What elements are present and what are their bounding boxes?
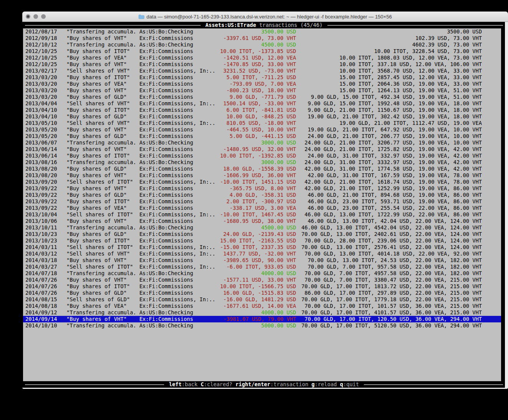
- transaction-row[interactable]: 2014/07/26"Buy shares of GLD"Ex:Fi:Commi…: [23, 290, 501, 296]
- key-action: :back: [182, 381, 198, 387]
- transaction-description: "Sell shares of ITOT": [66, 211, 136, 218]
- transaction-amount: -1420.51 USD, 12.00 VEA: [215, 55, 296, 61]
- transaction-row[interactable]: 2013/03/20"Buy shares of VHT"Ex:Fi:Commi…: [23, 87, 501, 94]
- running-total: 102.39 USD, 73.00 VHT: [296, 35, 482, 42]
- transaction-date: 2013/08/20: [25, 166, 57, 172]
- running-total: 46.00 GLD, 23.00 ITOT, 255.54 USD, 22.00…: [296, 205, 482, 211]
- transaction-row[interactable]: 2013/02/17"Sell shares of VHT"Ex:Fi:Comm…: [23, 68, 501, 74]
- transaction-row[interactable]: 2014/07/26"Buy shares of ITOT"Ex:Fi:Comm…: [23, 283, 501, 290]
- transaction-row[interactable]: 2013/05/20"Buy shares of GLD"Ex:Fi:Commi…: [23, 133, 501, 139]
- running-total: 70.00 GLD, 17.00 ITOT, 101.57 USD, 36.00…: [296, 303, 482, 309]
- transaction-row[interactable]: 2012/08/17"Transfering accumula..As:US:B…: [23, 28, 501, 35]
- transaction-row[interactable]: 2013/09/20"Sell shares of ITOT"Ex:Fi:Com…: [23, 179, 501, 185]
- key-action: :reload: [315, 381, 337, 387]
- transaction-row[interactable]: 2014/07/26"Buy shares of VHT"Ex:Fi:Commi…: [23, 277, 501, 283]
- transaction-row[interactable]: 2012/10/12"Transfering accumula..As:US:B…: [23, 42, 501, 48]
- transaction-row[interactable]: 2012/09/18"Buy shares of VHT"Ex:Fi:Commi…: [23, 35, 501, 42]
- transaction-date: 2013/06/07: [25, 139, 57, 146]
- transaction-amount: -1680.95 USD, 38.00 VHT: [215, 218, 296, 224]
- transaction-row[interactable]: 2013/08/20"Buy shares of GLD"Ex:Fi:Commi…: [23, 166, 501, 172]
- transaction-other-accounts: Ex:Fi:Commissions: [139, 237, 216, 244]
- transaction-row[interactable]: 2013/08/16"Transfering accumula..As:US:B…: [23, 159, 501, 166]
- transaction-row[interactable]: 2014/07/18"Transfering accumula..As:US:B…: [23, 270, 501, 277]
- transaction-amount: -10.00 ITOT, 1467.45 USD: [215, 211, 296, 218]
- transaction-row[interactable]: 2013/06/14"Buy shares of VHT"Ex:Fi:Commi…: [23, 146, 501, 153]
- transaction-description: "Buy shares of VEA": [66, 303, 136, 309]
- close-button[interactable]: [26, 14, 30, 19]
- top-bar-rule-left: [25, 25, 201, 26]
- transaction-row[interactable]: 2014/03/18"Buy shares of VHT"Ex:Fi:Commi…: [23, 257, 501, 264]
- transaction-amount: -338.17 USD, 3.00 VEA: [215, 205, 296, 211]
- transaction-row[interactable]: 2013/06/14"Buy shares of ITOT"Ex:Fi:Comm…: [23, 153, 501, 159]
- transaction-row[interactable]: 2014/08/15"Sell shares of GLD"Ex:Fi:Comm…: [23, 296, 501, 303]
- transaction-description: "Sell shares of VHT": [66, 251, 136, 257]
- transaction-row[interactable]: 2012/10/25"Buy shares of VHT"Ex:Fi:Commi…: [23, 61, 501, 68]
- running-total: 9.00 GLD, 15.00 ITOT, 1992.48 USD, 19.00…: [296, 100, 482, 107]
- running-total: 70.00 GLD, 28.00 ITOT, 239.06 USD, 22.00…: [296, 237, 482, 244]
- transaction-description: "Buy shares of VHT": [66, 146, 136, 153]
- key-hint: g:reload: [312, 381, 337, 388]
- transaction-row[interactable]: 2013/09/22"Buy shares of GLD"Ex:Fi:Commi…: [23, 192, 501, 198]
- transaction-description: "Buy shares of GLD": [66, 231, 136, 237]
- transaction-date: 2013/03/20: [25, 87, 57, 94]
- transaction-row[interactable]: 2013/08/20"Buy shares of VHT"Ex:Fi:Commi…: [23, 172, 501, 179]
- transaction-row[interactable]: 2014/08/18"Buy shares of VEA"Ex:Fi:Commi…: [23, 303, 501, 309]
- zoom-button[interactable]: [41, 14, 46, 19]
- transaction-row[interactable]: 2014/09/12"Transfering accumula..As:US:B…: [23, 309, 501, 316]
- transaction-other-accounts: As:US:Bo:Checking: [139, 42, 216, 48]
- transaction-row[interactable]: 2013/04/10"Buy shares of GLD"Ex:Fi:Commi…: [23, 113, 501, 120]
- transaction-row[interactable]: 2013/03/20"Buy shares of VEA"Ex:Fi:Commi…: [23, 81, 501, 87]
- transaction-row[interactable]: 2013/10/23"Buy shares of GLD"Ex:Fi:Commi…: [23, 231, 501, 237]
- transaction-date: 2013/10/11: [25, 224, 57, 231]
- transaction-row[interactable]: 2012/10/25"Buy shares of VEA"Ex:Fi:Commi…: [23, 55, 501, 61]
- transaction-row[interactable]: 2013/10/06"Buy shares of VHT"Ex:Fi:Commi…: [23, 218, 501, 224]
- transaction-row[interactable]: 2013/05/20"Buy shares of VHT"Ex:Fi:Commi…: [23, 126, 501, 133]
- running-total: 46.00 GLD, 13.00 ITOT, 1722.99 USD, 22.0…: [296, 211, 482, 218]
- transaction-row[interactable]: 2014/03/27"Sell shares of ITOT"Ex:Fi:Com…: [23, 264, 501, 270]
- transaction-description: "Sell shares of VHT": [66, 68, 136, 74]
- key-hint: q:quit: [340, 381, 359, 388]
- transaction-description: "Buy shares of GLD": [66, 192, 136, 198]
- minimize-button[interactable]: [33, 14, 38, 19]
- transaction-date: 2013/02/17: [25, 68, 57, 74]
- transaction-row[interactable]: 2013/10/11"Transfering accumula..As:US:B…: [23, 224, 501, 231]
- transaction-row[interactable]: 2014/10/10"Transfering accumula..As:US:B…: [23, 322, 501, 329]
- transaction-date: 2013/08/20: [25, 172, 57, 179]
- transaction-row[interactable]: 2013/04/10"Buy shares of ITOT"Ex:Fi:Comm…: [23, 107, 501, 113]
- transaction-row[interactable]: 2013/10/23"Buy shares of ITOT"Ex:Fi:Comm…: [23, 237, 501, 244]
- running-total: 3500.00 USD: [296, 28, 482, 35]
- transaction-row[interactable]: 2013/05/10"Sell shares of VHT"Ex:Fi:Comm…: [23, 120, 501, 126]
- folder-icon: [138, 14, 144, 19]
- transaction-row[interactable]: 2014/03/11"Sell shares of ITOT"Ex:Fi:Com…: [23, 244, 501, 251]
- transaction-row[interactable]: 2012/10/25"Buy shares of ITOT"Ex:Fi:Comm…: [23, 48, 501, 55]
- transaction-row[interactable]: 2013/09/22"Buy shares of ITOT"Ex:Fi:Comm…: [23, 198, 501, 205]
- transaction-other-accounts: Ex:Fi:Commissions, In:..: [139, 264, 216, 270]
- transaction-amount: 3000.00 USD: [215, 159, 296, 166]
- transaction-row[interactable]: 2013/03/20"Buy shares of GLD"Ex:Fi:Commi…: [23, 94, 501, 100]
- terminal-scrollbar[interactable]: [505, 22, 508, 388]
- transaction-other-accounts: As:US:Bo:Checking: [139, 270, 216, 277]
- transaction-date: 2013/03/20: [25, 81, 57, 87]
- running-total: 15.00 ITOT, 2064.36 USD, 19.00 VEA, 33.0…: [296, 81, 482, 87]
- transaction-row[interactable]: 2014/03/12"Sell shares of VHT"Ex:Fi:Comm…: [23, 251, 501, 257]
- transaction-row[interactable]: 2013/04/04"Sell shares of VHT"Ex:Fi:Comm…: [23, 100, 501, 107]
- transaction-description: "Buy shares of VHT": [66, 218, 136, 224]
- transaction-row-selected[interactable]: 2014/09/14"Buy shares of VHT"Ex:Fi:Commi…: [23, 316, 501, 322]
- transaction-other-accounts: Ex:Fi:Commissions: [139, 87, 216, 94]
- transaction-other-accounts: Ex:Fi:Commissions: [139, 48, 216, 55]
- transaction-amount: 16.00 GLD, -1515.83 USD: [215, 290, 296, 296]
- transaction-row[interactable]: 2013/03/20"Buy shares of ITOT"Ex:Fi:Comm…: [23, 74, 501, 81]
- running-total: 24.00 GLD, 21.00 ITOT, 206.77 USD, 19.00…: [296, 133, 482, 139]
- transaction-description: "Buy shares of ITOT": [66, 74, 136, 81]
- screen-subtitle: transactions (45/46): [259, 22, 323, 28]
- transaction-amount: -1677.61 USD, 14.00 VEA: [215, 303, 296, 309]
- transaction-amount: -3981.07 USD, 79.00 VHT: [215, 316, 296, 322]
- transaction-date: 2013/06/14: [25, 153, 57, 159]
- transaction-row[interactable]: 2013/09/22"Buy shares of VEA"Ex:Fi:Commi…: [23, 205, 501, 211]
- transaction-other-accounts: Ex:Fi:Commissions, In:..: [139, 179, 216, 185]
- transaction-row[interactable]: 2013/09/22"Buy shares of VHT"Ex:Fi:Commi…: [23, 185, 501, 192]
- transaction-row[interactable]: 2013/06/07"Transfering accumula..As:US:B…: [23, 139, 501, 146]
- transaction-row[interactable]: 2013/10/04"Sell shares of ITOT"Ex:Fi:Com…: [23, 211, 501, 218]
- running-total: 70.00 GLD, 17.00 ITOT, 5120.50 USD, 36.0…: [296, 322, 482, 329]
- transaction-other-accounts: Ex:Fi:Commissions: [139, 166, 216, 172]
